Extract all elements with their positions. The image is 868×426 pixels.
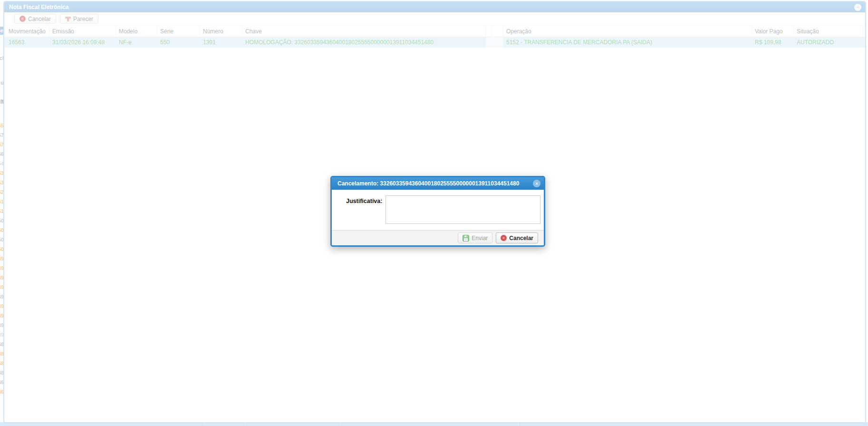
enviar-button-label: Enviar [472, 235, 488, 242]
dialog-cancelar-button[interactable]: Cancelar [496, 232, 538, 243]
dialog-footer: Enviar Cancelar [332, 230, 544, 245]
dialog-body: Justificativa: * [332, 190, 544, 230]
dialog-cancelar-label: Cancelar [509, 235, 533, 242]
cancelamento-dialog: Cancelamento: 33260335943604001802555500… [330, 176, 545, 247]
justificativa-label: Justificativa: [346, 198, 382, 204]
dialog-title: Cancelamento: 33260335943604001802555500… [338, 180, 533, 187]
enviar-button[interactable]: Enviar [458, 232, 492, 243]
justificativa-textarea[interactable] [386, 195, 540, 224]
cancel-circle-x-icon [501, 235, 507, 241]
save-floppy-icon [463, 235, 469, 242]
dialog-close-icon[interactable] [533, 180, 540, 187]
dialog-titlebar: Cancelamento: 33260335943604001802555500… [332, 177, 544, 190]
